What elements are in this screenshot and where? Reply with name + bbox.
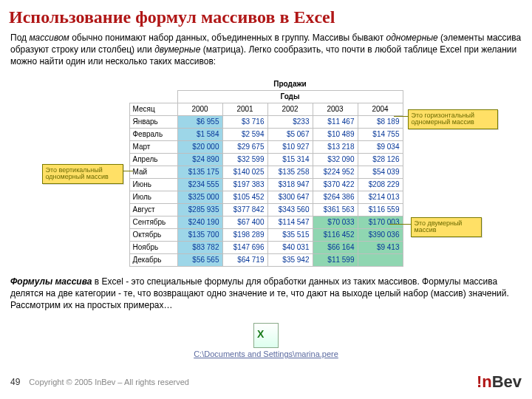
file-path-link[interactable]: C:\Documents and Settings\marina.pere	[0, 349, 532, 358]
second-paragraph: Формулы массива в Excel - это специальны…	[0, 274, 532, 318]
data-cell: $11 599	[313, 253, 358, 266]
data-cell: $32 599	[222, 153, 267, 166]
page-number: 49	[10, 377, 20, 387]
data-cell: $377 842	[222, 203, 267, 216]
month-cell: Март	[129, 140, 177, 153]
data-cell	[358, 253, 403, 266]
data-cell: $264 386	[313, 191, 358, 203]
logo-part2: Bev	[492, 372, 522, 391]
data-cell: $9 034	[358, 140, 403, 153]
excel-file-icon[interactable]	[253, 323, 279, 348]
table-row: Декабрь$56 565$64 719$35 942$11 599	[129, 253, 403, 266]
callout-horizontal-array: Это горизонтальный одномерный массив	[408, 109, 498, 130]
data-cell: $197 383	[222, 178, 267, 191]
data-cell: $300 647	[267, 191, 313, 203]
page-title: Использование формул массивов в Excel	[0, 0, 532, 30]
data-cell: $114 547	[267, 216, 313, 228]
data-cell: $29 675	[222, 140, 267, 153]
table-row: Август$285 935$377 842$343 560$361 563$1…	[129, 203, 403, 216]
data-cell: $13 218	[313, 140, 358, 153]
data-cell: $140 025	[222, 166, 267, 178]
year-cell: 2001	[222, 103, 267, 115]
term-1d: одномерные	[386, 33, 438, 43]
txt: Под	[10, 33, 29, 43]
table-row: Январь$6 955$3 716$233$11 467$8 189	[129, 115, 403, 128]
data-cell: $6 955	[177, 115, 222, 128]
callout-vertical-array: Это вертикальный одномерный массив	[42, 164, 123, 185]
data-cell: $208 229	[358, 178, 403, 191]
month-cell: Ноябрь	[129, 241, 177, 253]
month-cell: Май	[129, 166, 177, 178]
data-cell: $343 560	[267, 203, 313, 216]
month-cell: Декабрь	[129, 253, 177, 266]
table-row: Июнь$234 555$197 383$318 947$370 422$208…	[129, 178, 403, 191]
month-head: Месяц	[129, 103, 177, 115]
data-cell: $135 175	[177, 166, 222, 178]
data-cell: $56 565	[177, 253, 222, 266]
year-cell: 2002	[267, 103, 313, 115]
data-cell: $318 947	[267, 178, 313, 191]
table-row: Май$135 175$140 025$135 258$224 952$54 0…	[129, 166, 403, 178]
data-cell: $10 927	[267, 140, 313, 153]
data-cell: $70 033	[313, 216, 358, 228]
data-cell: $361 563	[313, 203, 358, 216]
data-cell: $170 003	[358, 216, 403, 228]
month-cell: Июнь	[129, 178, 177, 191]
data-cell: $2 594	[222, 128, 267, 140]
data-cell: $285 935	[177, 203, 222, 216]
data-cell: $224 952	[313, 166, 358, 178]
data-cell: $15 314	[267, 153, 313, 166]
year-cell: 2003	[313, 103, 358, 115]
data-cell: $9 413	[358, 241, 403, 253]
data-cell: $66 164	[313, 241, 358, 253]
data-cell: $35 515	[267, 228, 313, 241]
data-cell: $233	[267, 115, 313, 128]
copyright-text: Copyright © 2005 InBev – All rights rese…	[29, 378, 477, 386]
data-cell: $5 067	[267, 128, 313, 140]
data-cell: $240 190	[177, 216, 222, 228]
data-cell: $147 696	[222, 241, 267, 253]
data-cell: $11 467	[313, 115, 358, 128]
footer: 49 Copyright © 2005 InBev – All rights r…	[0, 372, 532, 392]
data-cell: $24 890	[177, 153, 222, 166]
month-cell: Апрель	[129, 153, 177, 166]
callout-2d-array: Это двумерный массив	[411, 217, 482, 238]
txt: обычно понимают набор данных, объединенн…	[69, 33, 386, 43]
data-cell: $67 400	[222, 216, 267, 228]
spreadsheet-figure: Это вертикальный одномерный массив Это г…	[0, 78, 532, 267]
data-cell: $40 031	[267, 241, 313, 253]
logo-part1: !n	[477, 372, 492, 391]
data-cell: $390 036	[358, 228, 403, 241]
table-row: Ноябрь$83 782$147 696$40 031$66 164$9 41…	[129, 241, 403, 253]
table-row: Июль$325 000$105 452$300 647$264 386$214…	[129, 191, 403, 203]
data-cell: $8 189	[358, 115, 403, 128]
table-row: Апрель$24 890$32 599$15 314$32 090$28 12…	[129, 153, 403, 166]
term-formulas: Формулы массива	[10, 276, 92, 287]
year-cell: 2000	[177, 103, 222, 115]
table-row: Март$20 000$29 675$10 927$13 218$9 034	[129, 140, 403, 153]
table-row: Октябрь$135 700$198 289$35 515$116 452$3…	[129, 228, 403, 241]
data-cell: $135 700	[177, 228, 222, 241]
data-cell: $116 452	[313, 228, 358, 241]
data-cell: $64 719	[222, 253, 267, 266]
data-cell: $214 013	[358, 191, 403, 203]
data-cell: $54 039	[358, 166, 403, 178]
data-cell: $20 000	[177, 140, 222, 153]
inbev-logo: !nBev	[477, 372, 522, 392]
term-array: массивом	[29, 33, 69, 43]
data-cell: $135 258	[267, 166, 313, 178]
table-title: Продажи	[177, 78, 403, 91]
data-cell: $105 452	[222, 191, 267, 203]
data-cell: $198 289	[222, 228, 267, 241]
data-cell: $10 489	[313, 128, 358, 140]
table-row: Сентябрь$240 190$67 400$114 547$70 033$1…	[129, 216, 403, 228]
data-cell: $325 000	[177, 191, 222, 203]
data-cell: $3 716	[222, 115, 267, 128]
sales-table: Продажи Годы Месяц 2000 2001 2002 2003 2…	[129, 78, 403, 267]
table-row: Февраль$1 584$2 594$5 067$10 489$14 755	[129, 128, 403, 140]
month-cell: Сентябрь	[129, 216, 177, 228]
data-cell: $116 559	[358, 203, 403, 216]
month-cell: Август	[129, 203, 177, 216]
data-cell: $370 422	[313, 178, 358, 191]
month-cell: Январь	[129, 115, 177, 128]
